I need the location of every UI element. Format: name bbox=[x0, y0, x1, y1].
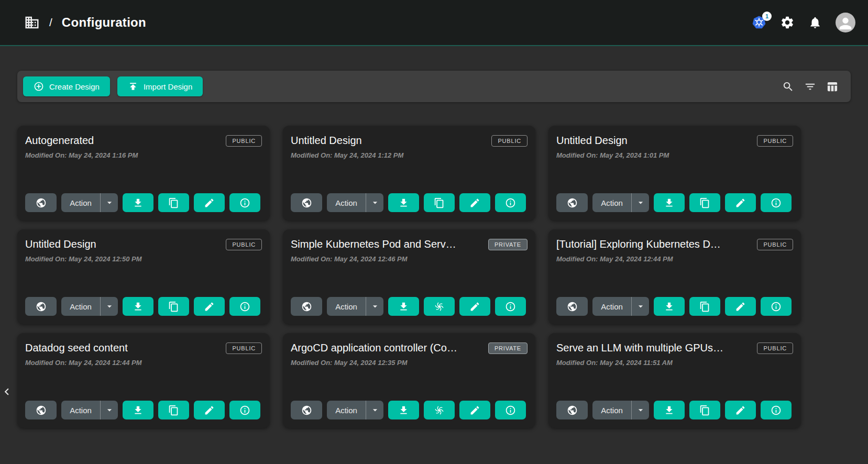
visibility-globe-button[interactable] bbox=[25, 297, 57, 316]
design-card[interactable]: Datadog seed content PUBLIC Modified On:… bbox=[17, 333, 270, 428]
copy-button[interactable] bbox=[689, 193, 720, 212]
card-actions: Action bbox=[25, 297, 262, 316]
action-button-label[interactable]: Action bbox=[327, 302, 366, 311]
download-button[interactable] bbox=[388, 401, 419, 419]
design-card[interactable]: Untitled Design PUBLIC Modified On: May … bbox=[548, 126, 801, 220]
action-button-label[interactable]: Action bbox=[592, 406, 631, 415]
download-button[interactable] bbox=[123, 193, 153, 212]
edit-button[interactable] bbox=[459, 297, 490, 316]
chevron-down-icon[interactable] bbox=[101, 197, 118, 208]
copy-button[interactable] bbox=[689, 297, 720, 316]
action-split-button[interactable]: Action bbox=[592, 193, 649, 212]
chevron-down-icon[interactable] bbox=[101, 405, 118, 415]
visibility-globe-button[interactable] bbox=[556, 193, 588, 212]
design-card[interactable]: [Tutorial] Exploring Kubernetes D… PUBLI… bbox=[548, 229, 801, 324]
design-card[interactable]: ArgoCD application controller (Co… PRIVA… bbox=[283, 333, 535, 428]
info-button[interactable] bbox=[229, 401, 260, 419]
gear-icon[interactable] bbox=[780, 15, 795, 30]
action-split-button[interactable]: Action bbox=[61, 193, 118, 212]
design-title: Untitled Design bbox=[25, 238, 96, 250]
action-button-label[interactable]: Action bbox=[327, 198, 366, 207]
info-button[interactable] bbox=[229, 193, 260, 212]
copy-button[interactable] bbox=[158, 193, 189, 212]
swirl-button[interactable] bbox=[424, 297, 455, 316]
visibility-globe-button[interactable] bbox=[291, 297, 322, 316]
action-split-button[interactable]: Action bbox=[592, 297, 649, 316]
copy-icon bbox=[168, 405, 179, 416]
info-icon bbox=[771, 405, 782, 416]
download-button[interactable] bbox=[388, 297, 419, 316]
copy-button[interactable] bbox=[158, 401, 189, 419]
edit-button[interactable] bbox=[194, 193, 225, 212]
action-button-label[interactable]: Action bbox=[327, 406, 366, 415]
chevron-down-icon[interactable] bbox=[101, 301, 118, 312]
edit-button[interactable] bbox=[194, 401, 225, 419]
collapse-panel-chevron[interactable] bbox=[0, 385, 14, 400]
info-button[interactable] bbox=[495, 297, 526, 316]
edit-button[interactable] bbox=[459, 193, 490, 212]
table-view-icon[interactable] bbox=[826, 81, 838, 93]
edit-button[interactable] bbox=[459, 401, 490, 419]
design-card[interactable]: Untitled Design PUBLIC Modified On: May … bbox=[283, 126, 535, 220]
visibility-badge: PUBLIC bbox=[491, 135, 528, 147]
visibility-globe-button[interactable] bbox=[25, 401, 57, 419]
filter-icon[interactable] bbox=[804, 81, 816, 93]
create-design-button[interactable]: Create Design bbox=[23, 76, 110, 96]
edit-button[interactable] bbox=[725, 193, 756, 212]
kubernetes-context-icon[interactable]: 1 bbox=[752, 15, 766, 30]
chevron-down-icon[interactable] bbox=[632, 405, 649, 415]
info-button[interactable] bbox=[495, 193, 526, 212]
action-button-label[interactable]: Action bbox=[61, 406, 100, 415]
action-button-label[interactable]: Action bbox=[61, 198, 100, 207]
info-button[interactable] bbox=[761, 401, 792, 419]
search-icon[interactable] bbox=[782, 81, 794, 93]
download-button[interactable] bbox=[654, 297, 685, 316]
visibility-globe-button[interactable] bbox=[291, 193, 322, 212]
edit-button[interactable] bbox=[725, 401, 756, 419]
visibility-globe-button[interactable] bbox=[291, 401, 322, 419]
navbar: / Configuration 1 bbox=[0, 0, 868, 46]
download-button[interactable] bbox=[388, 193, 419, 212]
visibility-globe-button[interactable] bbox=[556, 401, 588, 419]
download-button[interactable] bbox=[654, 401, 685, 419]
chevron-down-icon[interactable] bbox=[366, 197, 383, 208]
visibility-globe-button[interactable] bbox=[25, 193, 57, 212]
action-split-button[interactable]: Action bbox=[327, 297, 383, 316]
edit-button[interactable] bbox=[725, 297, 756, 316]
action-split-button[interactable]: Action bbox=[327, 401, 383, 419]
action-split-button[interactable]: Action bbox=[327, 193, 383, 212]
avatar[interactable] bbox=[836, 13, 855, 32]
action-split-button[interactable]: Action bbox=[61, 401, 118, 419]
action-button-label[interactable]: Action bbox=[592, 198, 631, 207]
info-button[interactable] bbox=[495, 401, 526, 419]
design-card[interactable]: Untitled Design PUBLIC Modified On: May … bbox=[17, 229, 270, 324]
download-button[interactable] bbox=[123, 401, 153, 419]
visibility-globe-button[interactable] bbox=[556, 297, 588, 316]
action-button-label[interactable]: Action bbox=[592, 302, 631, 311]
download-button[interactable] bbox=[123, 297, 153, 316]
design-card[interactable]: Simple Kubernetes Pod and Serv… PRIVATE … bbox=[283, 229, 535, 324]
action-split-button[interactable]: Action bbox=[592, 401, 649, 419]
edit-button[interactable] bbox=[194, 297, 225, 316]
copy-button[interactable] bbox=[424, 193, 455, 212]
action-split-button[interactable]: Action bbox=[61, 297, 118, 316]
download-button[interactable] bbox=[654, 193, 685, 212]
swirl-button[interactable] bbox=[424, 401, 455, 419]
action-button-label[interactable]: Action bbox=[61, 302, 100, 311]
import-design-button[interactable]: Import Design bbox=[117, 76, 203, 96]
info-button[interactable] bbox=[761, 193, 792, 212]
info-button[interactable] bbox=[761, 297, 792, 316]
chevron-down-icon[interactable] bbox=[632, 197, 649, 208]
organization-building-icon[interactable] bbox=[24, 15, 40, 30]
design-card[interactable]: Serve an LLM with multiple GPUs… PUBLIC … bbox=[548, 333, 801, 428]
design-title: Untitled Design bbox=[556, 134, 628, 147]
info-button[interactable] bbox=[229, 297, 260, 316]
design-card[interactable]: Autogenerated PUBLIC Modified On: May 24… bbox=[17, 126, 270, 220]
chevron-down-icon[interactable] bbox=[366, 301, 383, 312]
globe-icon bbox=[36, 301, 47, 312]
chevron-down-icon[interactable] bbox=[366, 405, 383, 415]
copy-button[interactable] bbox=[689, 401, 720, 419]
bell-icon[interactable] bbox=[808, 16, 822, 29]
chevron-down-icon[interactable] bbox=[632, 301, 649, 312]
copy-button[interactable] bbox=[158, 297, 189, 316]
